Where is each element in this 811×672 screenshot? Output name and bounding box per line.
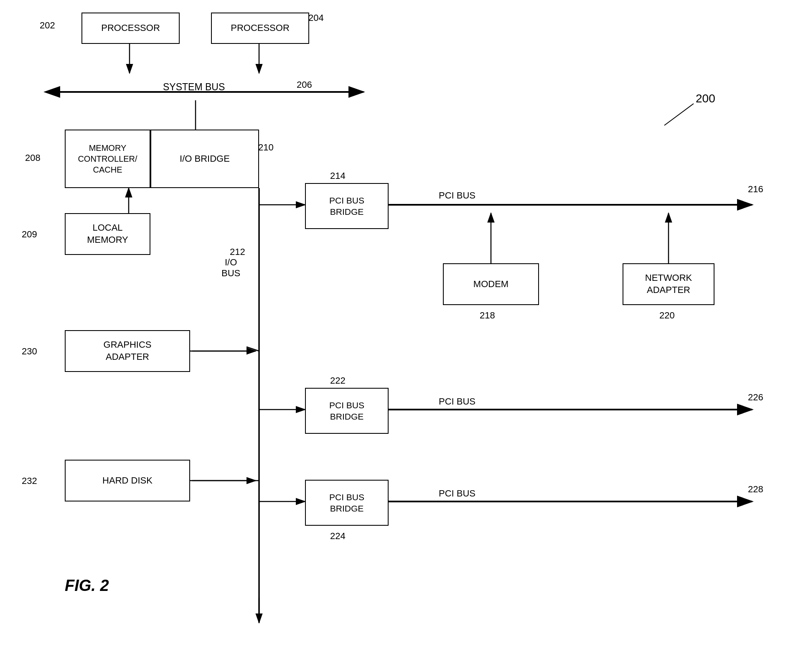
memory-controller-box: MEMORY CONTROLLER/ CACHE bbox=[65, 130, 150, 188]
io-bus-label: I/O BUS bbox=[221, 257, 240, 279]
ref-204: 204 bbox=[308, 13, 324, 23]
system-bus-label: SYSTEM BUS bbox=[163, 81, 225, 93]
ref-216: 216 bbox=[748, 184, 763, 195]
io-bridge-box: I/O BRIDGE bbox=[150, 130, 259, 188]
pci-bus1-label: PCI BUS bbox=[439, 190, 475, 201]
ref-232: 232 bbox=[22, 476, 37, 486]
fig-label: FIG. 2 bbox=[65, 577, 109, 595]
modem-box: MODEM bbox=[443, 263, 539, 305]
ref-200: 200 bbox=[696, 92, 715, 105]
ref-209: 209 bbox=[22, 229, 37, 240]
local-memory-box: LOCAL MEMORY bbox=[65, 213, 150, 255]
pci-bus-bridge1-box: PCI BUS BRIDGE bbox=[305, 183, 389, 229]
ref-226: 226 bbox=[748, 392, 763, 403]
pci-bus2-label: PCI BUS bbox=[439, 396, 475, 407]
ref-218: 218 bbox=[480, 310, 495, 321]
pci-bus-bridge3-box: PCI BUS BRIDGE bbox=[305, 480, 389, 526]
graphics-adapter-box: GRAPHICS ADAPTER bbox=[65, 330, 190, 372]
ref-206: 206 bbox=[297, 79, 312, 90]
hard-disk-box: HARD DISK bbox=[65, 460, 190, 501]
ref-210: 210 bbox=[258, 142, 274, 153]
ref-208: 208 bbox=[25, 153, 41, 163]
ref-220: 220 bbox=[659, 310, 675, 321]
svg-line-16 bbox=[247, 347, 259, 351]
diagram: PROCESSOR PROCESSOR 202 204 SYSTEM BUS 2… bbox=[0, 0, 811, 672]
processor2-box: PROCESSOR bbox=[211, 13, 309, 44]
svg-line-25 bbox=[664, 104, 694, 125]
ref-222: 222 bbox=[330, 375, 346, 386]
network-adapter-box: NETWORK ADAPTER bbox=[623, 263, 714, 305]
ref-224: 224 bbox=[330, 531, 346, 542]
ref-228: 228 bbox=[748, 484, 763, 495]
ref-212: 212 bbox=[230, 247, 245, 257]
pci-bus-bridge2-box: PCI BUS BRIDGE bbox=[305, 388, 389, 434]
processor1-box: PROCESSOR bbox=[81, 13, 180, 44]
ref-214: 214 bbox=[330, 171, 346, 181]
pci-bus3-label: PCI BUS bbox=[439, 488, 475, 499]
ref-230: 230 bbox=[22, 346, 37, 357]
ref-202: 202 bbox=[40, 20, 55, 31]
